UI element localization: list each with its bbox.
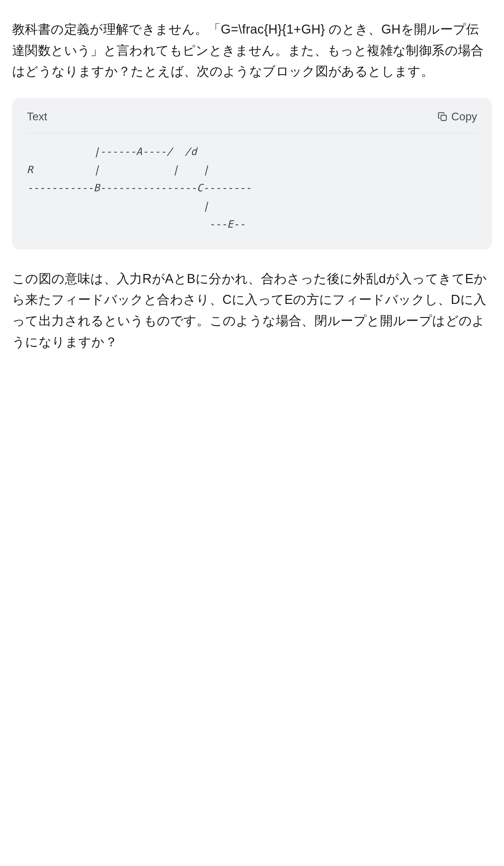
copy-button-label: Copy — [451, 110, 477, 123]
code-block-header: Text Copy — [12, 98, 492, 132]
copy-icon — [437, 111, 448, 122]
copy-button[interactable]: Copy — [437, 110, 477, 123]
code-language-label: Text — [27, 108, 47, 126]
code-block-content: |------A----/ /d R | | | -----------B---… — [12, 133, 492, 249]
svg-rect-0 — [441, 115, 446, 121]
user-message-paragraph-2: この図の意味は、入力RがAとBに分かれ、合わさった後に外乱dが入ってきてEから来… — [12, 268, 492, 353]
user-message-paragraph-1: 教科書の定義が理解できません。「G=\frac{H}{1+GH} のとき、GHを… — [12, 19, 492, 82]
code-block: Text Copy |------A----/ /d R | | | -----… — [12, 98, 492, 249]
